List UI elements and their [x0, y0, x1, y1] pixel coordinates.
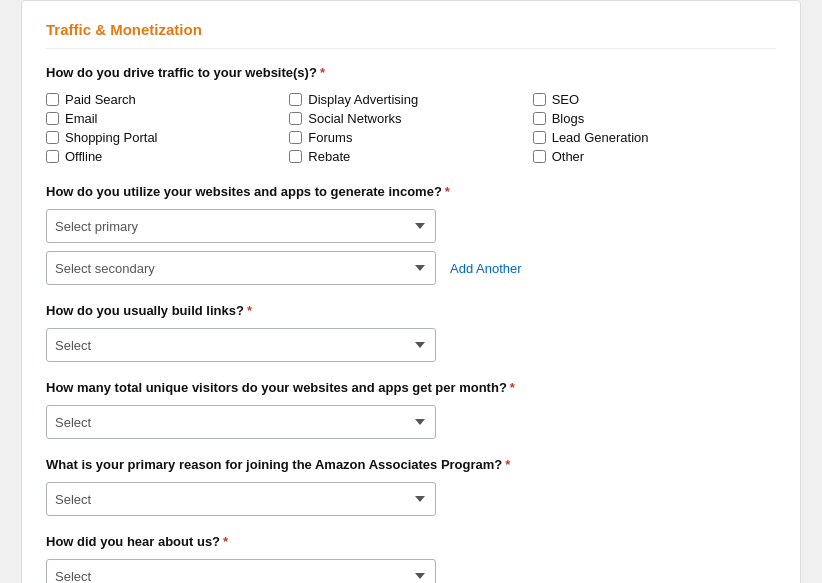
reason-select-row: Select [46, 482, 776, 516]
traffic-col-2: Display Advertising Social Networks Foru… [289, 90, 532, 166]
traffic-question-block: How do you drive traffic to your website… [46, 65, 776, 166]
lead-generation-checkbox[interactable] [533, 131, 546, 144]
add-another-link[interactable]: Add Another [450, 261, 522, 276]
hear-question-label: How did you hear about us?* [46, 534, 776, 549]
blogs-checkbox[interactable] [533, 112, 546, 125]
income-secondary-row: Select secondary Add Another [46, 251, 776, 285]
checkbox-row-paid-search: Paid Search [46, 90, 289, 109]
hear-select-row: Select [46, 559, 776, 583]
checkbox-row-offline: Offline [46, 147, 289, 166]
income-primary-select[interactable]: Select primary [46, 209, 436, 243]
checkbox-row-shopping-portal: Shopping Portal [46, 128, 289, 147]
hear-question-block: How did you hear about us?* Select [46, 534, 776, 583]
lead-generation-label[interactable]: Lead Generation [552, 130, 649, 145]
seo-checkbox[interactable] [533, 93, 546, 106]
checkbox-row-seo: SEO [533, 90, 776, 109]
traffic-question-label: How do you drive traffic to your website… [46, 65, 776, 80]
checkbox-row-display-advertising: Display Advertising [289, 90, 532, 109]
links-select[interactable]: Select [46, 328, 436, 362]
checkbox-row-forums: Forums [289, 128, 532, 147]
blogs-label[interactable]: Blogs [552, 111, 585, 126]
other-label[interactable]: Other [552, 149, 585, 164]
section-title: Traffic & Monetization [46, 21, 776, 49]
traffic-monetization-card: Traffic & Monetization How do you drive … [21, 0, 801, 583]
hear-select[interactable]: Select [46, 559, 436, 583]
reason-select[interactable]: Select [46, 482, 436, 516]
offline-checkbox[interactable] [46, 150, 59, 163]
forums-label[interactable]: Forums [308, 130, 352, 145]
checkbox-row-social-networks: Social Networks [289, 109, 532, 128]
checkbox-row-email: Email [46, 109, 289, 128]
links-select-row: Select [46, 328, 776, 362]
other-checkbox[interactable] [533, 150, 546, 163]
email-checkbox[interactable] [46, 112, 59, 125]
paid-search-label[interactable]: Paid Search [65, 92, 136, 107]
visitors-question-label: How many total unique visitors do your w… [46, 380, 776, 395]
checkbox-row-lead-generation: Lead Generation [533, 128, 776, 147]
links-question-block: How do you usually build links?* Select [46, 303, 776, 362]
traffic-col-1: Paid Search Email Shopping Portal Offlin… [46, 90, 289, 166]
seo-label[interactable]: SEO [552, 92, 579, 107]
display-advertising-label[interactable]: Display Advertising [308, 92, 418, 107]
display-advertising-checkbox[interactable] [289, 93, 302, 106]
forums-checkbox[interactable] [289, 131, 302, 144]
paid-search-checkbox[interactable] [46, 93, 59, 106]
links-question-label: How do you usually build links?* [46, 303, 776, 318]
rebate-label[interactable]: Rebate [308, 149, 350, 164]
visitors-question-block: How many total unique visitors do your w… [46, 380, 776, 439]
social-networks-label[interactable]: Social Networks [308, 111, 401, 126]
income-question-label: How do you utilize your websites and app… [46, 184, 776, 199]
visitors-select-row: Select [46, 405, 776, 439]
shopping-portal-checkbox[interactable] [46, 131, 59, 144]
reason-question-label: What is your primary reason for joining … [46, 457, 776, 472]
offline-label[interactable]: Offline [65, 149, 102, 164]
traffic-col-3: SEO Blogs Lead Generation Other [533, 90, 776, 166]
income-primary-row: Select primary [46, 209, 776, 243]
rebate-checkbox[interactable] [289, 150, 302, 163]
traffic-checkbox-grid: Paid Search Email Shopping Portal Offlin… [46, 90, 776, 166]
income-secondary-select[interactable]: Select secondary [46, 251, 436, 285]
income-question-block: How do you utilize your websites and app… [46, 184, 776, 285]
visitors-select[interactable]: Select [46, 405, 436, 439]
email-label[interactable]: Email [65, 111, 98, 126]
checkbox-row-rebate: Rebate [289, 147, 532, 166]
reason-question-block: What is your primary reason for joining … [46, 457, 776, 516]
checkbox-row-other: Other [533, 147, 776, 166]
checkbox-row-blogs: Blogs [533, 109, 776, 128]
shopping-portal-label[interactable]: Shopping Portal [65, 130, 158, 145]
social-networks-checkbox[interactable] [289, 112, 302, 125]
